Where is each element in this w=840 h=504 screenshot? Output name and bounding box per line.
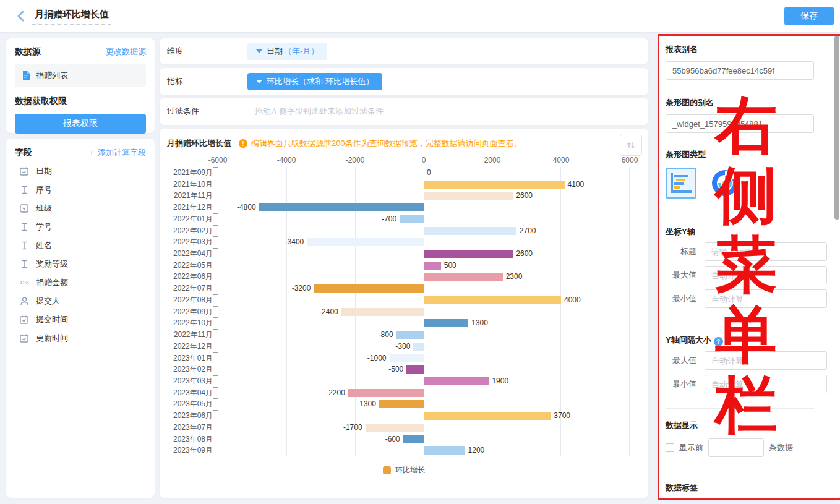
- bar-track: -500: [218, 364, 630, 375]
- radial-chart-type-icon[interactable]: [710, 168, 740, 198]
- value-label: -3200: [292, 284, 311, 293]
- category-label: 2021年10月: [165, 179, 218, 190]
- report-permission-button[interactable]: 报表权限: [15, 114, 146, 134]
- dimension-chip-suffix: （年-月）: [284, 46, 319, 57]
- y-axis-max-input[interactable]: [705, 266, 827, 284]
- document-icon: [21, 70, 31, 80]
- datasource-name: 捐赠列表: [36, 70, 68, 81]
- app-root: 月捐赠环比增长值 保存 数据源 更改数据源 捐赠列表 数据获取权限 报表权限 字…: [0, 0, 840, 504]
- show-top-count-input[interactable]: [708, 438, 764, 457]
- bar: [424, 192, 513, 200]
- field-item-5[interactable]: 奖励等级: [15, 255, 146, 273]
- category-label: 2022年10月: [165, 317, 218, 329]
- help-icon[interactable]: ?: [714, 337, 723, 346]
- metric-chip[interactable]: 环比增长（求和-环比增长值）: [247, 73, 382, 90]
- value-label: 2300: [506, 272, 523, 281]
- sort-button[interactable]: [620, 135, 642, 156]
- chart-legend[interactable]: 环比增长: [160, 465, 648, 476]
- bar: [259, 203, 424, 211]
- category-label: 2022年08月: [165, 294, 218, 306]
- dimension-chip[interactable]: 日期 （年-月）: [247, 43, 327, 60]
- chart-title: 月捐赠环比增长值: [167, 138, 231, 149]
- y-axis-title-input[interactable]: [705, 242, 827, 261]
- bar: [424, 262, 441, 270]
- y-axis-min-input[interactable]: [705, 289, 827, 308]
- permission-title: 数据获取权限: [15, 96, 146, 107]
- y-gap-max-input[interactable]: [705, 351, 827, 370]
- dimension-row: 维度 日期 （年-月）: [160, 38, 648, 64]
- value-label: -1300: [357, 399, 376, 408]
- bar: [366, 424, 424, 432]
- chart-row: 2022年03月-3400: [165, 236, 630, 248]
- chart-row: 2022年09月-2400: [165, 306, 630, 318]
- bar: [390, 354, 424, 362]
- y-gap-min-input[interactable]: [705, 375, 827, 393]
- scrollbar-thumb[interactable]: [834, 36, 839, 220]
- fields-panel: 字段 ＋ 添加计算字段 日期序号班级学号姓名奖励等级123捐赠金额提交人提交时间…: [6, 139, 155, 498]
- category-label: 2021年11月: [165, 190, 218, 202]
- chart-row: 2022年11月-800: [165, 329, 630, 341]
- add-calc-field-link[interactable]: ＋ 添加计算字段: [87, 147, 146, 158]
- chart-panel: 月捐赠环比增长值 ! 编辑界面只取数据源前200条作为查询数据预览，完整数据请访…: [160, 129, 648, 498]
- filter-row[interactable]: 过滤条件 拖动左侧字段到此处来添加过滤条件: [160, 98, 648, 125]
- chart-row: 2021年09月0: [165, 167, 630, 179]
- bar-track: -2200: [218, 387, 630, 399]
- chart-row: 2022年12月-300: [165, 341, 630, 352]
- field-item-3[interactable]: 学号: [15, 218, 146, 236]
- bar-alias-input[interactable]: [666, 114, 814, 133]
- data-label-title: 数据标签: [666, 482, 814, 493]
- metric-row: 指标 环比增长（求和-环比增长值）: [160, 68, 648, 95]
- value-label: -4800: [237, 203, 256, 211]
- x-tick-label: 4000: [553, 156, 570, 164]
- change-datasource-link[interactable]: 更改数据源: [106, 46, 146, 58]
- category-label: 2023年04月: [165, 387, 218, 399]
- y-gap-max-row: 最大值: [666, 351, 814, 370]
- bar: [424, 296, 561, 304]
- bar-chart-type-icon[interactable]: [666, 168, 696, 199]
- chart-row: 2022年02月2700: [165, 225, 630, 237]
- value-label: 1200: [468, 446, 485, 455]
- x-tick-label: 2000: [484, 156, 501, 164]
- bar-track: -2400: [218, 306, 630, 318]
- bar: [403, 435, 424, 443]
- category-label: 2022年05月: [165, 260, 218, 271]
- datasource-item[interactable]: 捐赠列表: [15, 64, 146, 87]
- calendar-icon: [19, 167, 30, 176]
- calendar-icon: [19, 315, 30, 324]
- select-icon: [19, 204, 30, 213]
- field-item-8[interactable]: 提交时间: [15, 310, 146, 329]
- field-item-7[interactable]: 提交人: [15, 292, 146, 310]
- x-axis-labels: -6000-4000-20000200040006000: [218, 156, 630, 164]
- chart-row: 2022年10月1300: [165, 317, 630, 329]
- bar: [424, 412, 551, 420]
- back-icon[interactable]: [15, 10, 27, 22]
- x-tick-label: -2000: [346, 156, 365, 164]
- category-label: 2022年11月: [165, 329, 218, 341]
- value-label: 4100: [568, 180, 585, 189]
- show-top-checkbox[interactable]: [666, 443, 674, 452]
- category-label: 2023年07月: [165, 422, 218, 434]
- value-label: -2400: [319, 307, 338, 316]
- field-item-9[interactable]: 更新时间: [15, 329, 146, 348]
- field-item-2[interactable]: 班级: [15, 199, 146, 218]
- chart-rows: 2021年09月02021年10月41002021年11月26002021年12…: [165, 167, 630, 456]
- report-alias-input[interactable]: [666, 61, 814, 80]
- bar: [424, 227, 516, 235]
- bar-track: -700: [218, 213, 630, 225]
- save-button[interactable]: 保存: [784, 7, 834, 25]
- bar: [396, 331, 424, 339]
- bar-track: -1700: [218, 422, 630, 434]
- field-item-0[interactable]: 日期: [15, 162, 146, 181]
- bar-type-label: 条形图类型: [666, 149, 814, 160]
- field-item-1[interactable]: 序号: [15, 181, 146, 199]
- chart-row: 2023年06月3700: [165, 410, 630, 422]
- bar-track: 2700: [218, 225, 630, 237]
- dimension-label: 维度: [167, 46, 247, 57]
- category-label: 2022年03月: [165, 236, 218, 248]
- text-icon: [19, 223, 30, 231]
- chevron-down-icon: [256, 80, 262, 83]
- bar-track: -600: [218, 434, 630, 445]
- field-item-6[interactable]: 123捐赠金额: [15, 273, 146, 292]
- bar: [307, 238, 424, 246]
- field-item-4[interactable]: 姓名: [15, 236, 146, 255]
